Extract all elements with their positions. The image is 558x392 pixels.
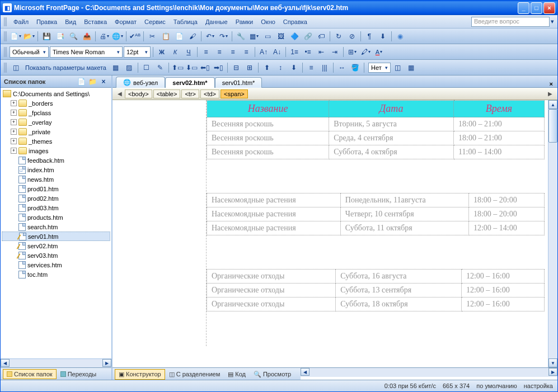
- tab-transitions[interactable]: Переходы: [57, 369, 101, 379]
- status-default[interactable]: по умолчанию: [476, 382, 517, 389]
- lt-dist-rows[interactable]: ≡: [305, 62, 317, 74]
- tree-file[interactable]: serv03.htm: [2, 251, 110, 260]
- bc-body[interactable]: <body>: [125, 89, 152, 98]
- cell-name[interactable]: Органические отходы: [207, 284, 336, 297]
- help-dropdown-icon[interactable]: ▾: [551, 18, 554, 25]
- doc-tab-website[interactable]: 🌐веб-узел: [116, 77, 165, 88]
- insert-picture-button[interactable]: 🖼: [275, 30, 287, 42]
- stop-button[interactable]: ⊘: [346, 30, 358, 42]
- align-left-button[interactable]: ≡: [200, 46, 212, 58]
- italic-button[interactable]: К: [169, 46, 181, 58]
- search-button[interactable]: 🔍: [67, 30, 79, 42]
- print-button[interactable]: 🖨: [98, 30, 110, 42]
- doc-tab-serv02[interactable]: serv02.htm*: [165, 77, 214, 88]
- cut-button[interactable]: ✂: [146, 30, 158, 42]
- menu-table[interactable]: Таблица: [170, 17, 201, 27]
- menu-insert[interactable]: Вставка: [80, 17, 111, 27]
- cell-name[interactable]: Насекомоядные растения: [207, 193, 341, 207]
- cell-time[interactable]: 12:00 – 14:00: [468, 221, 544, 235]
- increase-indent-button[interactable]: ⇥: [329, 46, 341, 58]
- lt-split[interactable]: ⊞: [243, 62, 256, 74]
- vscroll-down-icon[interactable]: ▼: [548, 358, 557, 367]
- bold-button[interactable]: Ж: [156, 46, 168, 58]
- borders-button[interactable]: ⊞: [346, 46, 358, 58]
- menu-data[interactable]: Данные: [201, 17, 232, 27]
- insert-table-button[interactable]: ▦: [248, 30, 260, 42]
- expand-icon[interactable]: +: [11, 129, 17, 135]
- bullet-list-button[interactable]: •≡: [302, 46, 314, 58]
- preview-browser-button[interactable]: 🌐: [111, 30, 124, 42]
- bc-prev-icon[interactable]: ◀: [116, 90, 124, 98]
- cell-name[interactable]: Органические отходы: [207, 270, 336, 284]
- vscroll-thumb[interactable]: [548, 109, 557, 143]
- toolbar-grip[interactable]: [4, 31, 7, 41]
- maximize-button[interactable]: □: [531, 2, 542, 14]
- cell-date[interactable]: Суббота, 11 октября: [340, 221, 468, 235]
- numbered-list-button[interactable]: 1≡: [288, 46, 301, 58]
- bc-tr[interactable]: <tr>: [181, 89, 199, 98]
- table-row[interactable]: Насекомоядные растенияСуббота, 11 октябр…: [207, 221, 545, 235]
- menu-tools[interactable]: Сервис: [140, 17, 170, 27]
- hyperlink-button[interactable]: 🔗: [302, 30, 314, 42]
- tree-file[interactable]: prod02.htm: [2, 193, 110, 203]
- lt-btn-x2[interactable]: ▦: [405, 62, 418, 74]
- lt-dist-cols[interactable]: |||: [318, 62, 331, 74]
- save-button[interactable]: 💾: [40, 30, 53, 42]
- lt-btn-x1[interactable]: ◫: [392, 62, 404, 74]
- doc-hscroll[interactable]: ◀ ▶: [301, 368, 557, 377]
- expand-icon[interactable]: +: [11, 138, 17, 144]
- insert-layer-button[interactable]: ▭: [261, 30, 274, 42]
- show-all-button[interactable]: ¶: [363, 30, 376, 42]
- hscroll-left-icon[interactable]: ◀: [1, 359, 10, 367]
- open-button[interactable]: 📂: [23, 30, 35, 42]
- toolbar-grip[interactable]: [4, 47, 7, 57]
- tab-preview[interactable]: 🔍Просмотр: [250, 369, 295, 380]
- tree-file[interactable]: serv01.htm: [2, 232, 110, 241]
- redo-button[interactable]: ↷: [217, 30, 229, 42]
- tree-folder[interactable]: +_borders: [2, 98, 110, 108]
- minimize-button[interactable]: _: [518, 2, 529, 14]
- doc-tab-close-icon[interactable]: ×: [545, 81, 557, 87]
- align-justify-button[interactable]: ≡: [240, 46, 252, 58]
- table-row[interactable]: Органические отходыСуббота, 13 сентября1…: [207, 284, 545, 297]
- lt-insert-cell[interactable]: ☐: [140, 62, 153, 74]
- folder-tree[interactable]: C:\Documents and Settings\ +_borders+_fp…: [1, 88, 111, 358]
- menubar-grip[interactable]: [4, 17, 7, 26]
- menu-frames[interactable]: Рамки: [232, 17, 257, 27]
- content-table[interactable]: Насекомоядные растенияПонедельник, 11авг…: [207, 193, 545, 235]
- spellcheck-button[interactable]: ✔ᴬᴮ: [129, 30, 141, 42]
- tree-folder[interactable]: +images: [2, 146, 110, 155]
- undo-button[interactable]: ↶: [204, 30, 216, 42]
- align-center-button[interactable]: ≡: [213, 46, 226, 58]
- cell-name[interactable]: Весенняя роскошь: [207, 145, 329, 159]
- saveall-button[interactable]: 📑: [54, 30, 66, 42]
- lt-row-below[interactable]: ⬇▭: [185, 62, 198, 74]
- cell-name[interactable]: Органические отходы: [207, 297, 336, 311]
- tree-root[interactable]: C:\Documents and Settings\: [2, 89, 110, 98]
- cell-time[interactable]: 12:00 – 16:00: [461, 297, 544, 311]
- cell-time[interactable]: 12:00 – 16:00: [461, 270, 544, 284]
- expand-icon[interactable]: +: [11, 110, 17, 116]
- vscroll-up-icon[interactable]: ▲: [548, 100, 557, 109]
- hscroll-right-icon[interactable]: ▶: [102, 359, 111, 367]
- format-painter-button[interactable]: 🖌: [186, 30, 199, 42]
- cell-time[interactable]: 18:00 – 21:00: [454, 117, 545, 131]
- expand-icon[interactable]: +: [11, 148, 17, 154]
- bc-td[interactable]: <td>: [200, 89, 219, 98]
- menu-format[interactable]: Формат: [111, 17, 140, 27]
- size-select[interactable]: 12pt: [124, 46, 151, 58]
- menu-view[interactable]: Вид: [61, 17, 80, 27]
- cell-time[interactable]: 18:00 – 21:00: [454, 131, 545, 145]
- tab-design[interactable]: ▣Конструктор: [115, 369, 165, 380]
- tree-file[interactable]: news.htm: [2, 174, 110, 184]
- hscroll-right-icon[interactable]: ▶: [548, 368, 557, 376]
- refresh-button[interactable]: ↻: [332, 30, 345, 42]
- cell-name[interactable]: Насекомоядные растения: [207, 221, 341, 235]
- lt-col-left[interactable]: ⬅▯: [199, 62, 212, 74]
- tree-folder[interactable]: +_themes: [2, 136, 110, 146]
- lt-align-bot[interactable]: ⬇: [288, 62, 300, 74]
- table-row[interactable]: Весенняя роскошьВторник, 5 августа18:00 …: [207, 117, 545, 131]
- cell-date[interactable]: Суббота, 13 сентября: [336, 284, 462, 297]
- status-settings[interactable]: настройка: [524, 382, 553, 389]
- underline-button[interactable]: Ч: [182, 46, 195, 58]
